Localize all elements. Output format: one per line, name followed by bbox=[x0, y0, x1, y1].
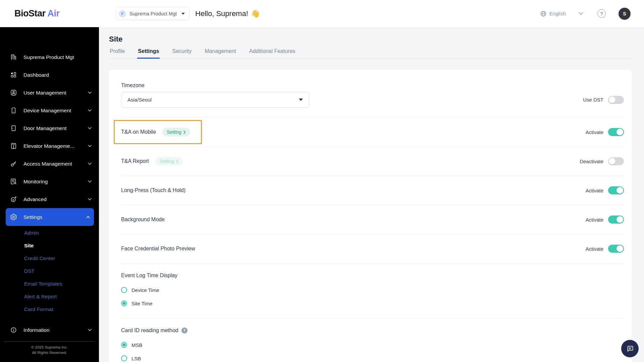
long-press-toggle[interactable] bbox=[608, 186, 624, 194]
sidebar-item-label: Elevator Manageme... bbox=[23, 143, 88, 149]
use-dst-toggle[interactable] bbox=[608, 96, 624, 104]
ta-report-toggle[interactable] bbox=[608, 157, 624, 165]
sidebar-item-label: Advanced bbox=[23, 196, 88, 202]
help-icon[interactable]: ? bbox=[597, 9, 606, 18]
submenu-item-credit-center[interactable]: Credit Center bbox=[0, 252, 99, 265]
sidebar-item-information[interactable]: Information bbox=[0, 321, 99, 339]
background-mode-label: Background Mode bbox=[121, 217, 165, 223]
radio-option-site-time[interactable]: Site Time bbox=[121, 297, 153, 310]
app-logo: BioStar Air bbox=[14, 8, 116, 19]
logo-text-biostar: BioStar bbox=[14, 8, 46, 18]
top-header: BioStar Air F Suprema Product Mgt Hello,… bbox=[0, 0, 644, 27]
tab-settings[interactable]: Settings bbox=[137, 48, 160, 59]
sidebar-item-label: Dashboard bbox=[23, 72, 92, 78]
wave-emoji: 👋 bbox=[251, 9, 260, 18]
advanced-alpha-icon: α bbox=[10, 196, 17, 203]
avatar[interactable]: S bbox=[619, 8, 631, 20]
long-press-row: Long-Press (Touch & Hold) Activate bbox=[121, 176, 624, 205]
card-id-label: Card ID reading method bbox=[121, 327, 178, 334]
chevron-down-icon bbox=[88, 109, 92, 112]
chevron-up-icon bbox=[86, 216, 90, 218]
chat-button[interactable] bbox=[621, 340, 639, 357]
tab-management[interactable]: Management bbox=[204, 48, 236, 58]
globe-icon bbox=[540, 10, 547, 17]
sidebar-item-settings[interactable]: Settings bbox=[6, 208, 94, 226]
sidebar-item-access-management[interactable]: Access Management bbox=[0, 155, 99, 173]
page-title: Site bbox=[109, 35, 632, 44]
ta-report-label: T&A Report bbox=[121, 158, 149, 164]
ta-on-mobile-toggle-control: Activate bbox=[586, 128, 624, 136]
submenu-item-email-templates[interactable]: Email Templates bbox=[0, 278, 99, 290]
event-log-label: Event Log Time Display bbox=[121, 273, 624, 279]
submenu-item-label: Card Format bbox=[24, 306, 53, 312]
radio-option-device-time[interactable]: Device Time bbox=[121, 283, 159, 297]
timezone-select[interactable]: Asia/Seoul bbox=[121, 92, 309, 108]
radio-option-label: Site Time bbox=[131, 301, 153, 306]
language-chevron-icon[interactable] bbox=[579, 12, 583, 15]
chevron-down-icon bbox=[88, 92, 92, 94]
timezone-label: Timezone bbox=[121, 82, 624, 89]
setting-button-label: Setting bbox=[167, 129, 181, 135]
chevron-down-icon bbox=[88, 198, 92, 200]
radio-option-msb[interactable]: MSB bbox=[121, 338, 143, 352]
radio-option-lsb[interactable]: LSB bbox=[121, 352, 141, 362]
header-actions: English ? S bbox=[540, 8, 631, 20]
sidebar-divider bbox=[4, 341, 95, 342]
radio-option-label: LSB bbox=[131, 356, 141, 361]
chevron-down-icon bbox=[88, 127, 92, 129]
ta-on-mobile-row: T&A on Mobile Setting Activate bbox=[121, 118, 624, 147]
face-credential-toggle[interactable] bbox=[608, 245, 624, 253]
chevron-down-icon bbox=[88, 163, 92, 165]
sidebar: Suprema Product Mgt Dashboard bbox=[0, 27, 99, 362]
sidebar-item-door-management[interactable]: Door Management bbox=[0, 119, 99, 137]
ta-report-setting-button[interactable]: Setting bbox=[155, 157, 183, 166]
chevron-down-icon bbox=[88, 145, 92, 147]
elevator-icon bbox=[10, 142, 17, 149]
submenu-item-label: Alert & Report bbox=[24, 294, 57, 300]
door-icon bbox=[10, 125, 17, 132]
avatar-initial: S bbox=[623, 11, 626, 16]
tab-profile[interactable]: Profile bbox=[109, 48, 125, 58]
sidebar-item-device-management[interactable]: Device Management bbox=[0, 102, 99, 119]
language-selector[interactable]: English bbox=[540, 10, 566, 17]
main-content: Site Profile Settings Security Managemen… bbox=[99, 27, 644, 362]
gear-icon bbox=[10, 214, 17, 221]
card-id-section: Card ID reading method ? MSB LSB bbox=[121, 318, 624, 362]
card-id-label-row: Card ID reading method ? bbox=[121, 327, 624, 334]
sidebar-item-monitoring[interactable]: Monitoring bbox=[0, 173, 99, 190]
sidebar-item-label: User Management bbox=[23, 90, 88, 96]
ta-on-mobile-toggle[interactable] bbox=[608, 128, 624, 136]
toggle-state-label: Activate bbox=[586, 217, 603, 223]
account-selector[interactable]: F Suprema Product Mgt bbox=[116, 7, 190, 20]
settings-card: Timezone Asia/Seoul Use DST T&A on Mobil… bbox=[109, 70, 632, 362]
logo-text-air: Air bbox=[48, 8, 60, 18]
copyright-notice: © 2025 Suprema Inc. All Rights Reserved. bbox=[0, 345, 99, 355]
sidebar-item-dashboard[interactable]: Dashboard bbox=[0, 66, 99, 84]
help-tooltip-icon[interactable]: ? bbox=[181, 327, 187, 334]
submenu-item-site[interactable]: Site bbox=[0, 239, 99, 252]
chat-bubble-icon bbox=[626, 344, 634, 353]
ta-on-mobile-setting-button[interactable]: Setting bbox=[162, 128, 190, 136]
use-dst-control: Use DST bbox=[583, 96, 624, 104]
submenu-item-admin[interactable]: Admin bbox=[0, 227, 99, 239]
info-icon bbox=[10, 326, 17, 334]
sidebar-item-elevator-management[interactable]: Elevator Manageme... bbox=[0, 137, 99, 155]
sidebar-item-user-management[interactable]: User Management bbox=[0, 84, 99, 102]
sidebar-item-advanced[interactable]: α Advanced bbox=[0, 190, 99, 208]
submenu-item-alert-report[interactable]: Alert & Report bbox=[0, 290, 99, 303]
background-mode-toggle[interactable] bbox=[608, 216, 624, 224]
radio-icon bbox=[121, 287, 127, 293]
submenu-item-dst[interactable]: DST bbox=[0, 265, 99, 278]
sidebar-item-suprema-product-mgt[interactable]: Suprema Product Mgt bbox=[0, 48, 99, 66]
svg-text:α: α bbox=[12, 198, 14, 201]
chevron-down-icon bbox=[88, 180, 92, 183]
background-mode-toggle-control: Activate bbox=[586, 216, 624, 224]
chevron-right-icon bbox=[183, 130, 186, 134]
toggle-state-label: Deactivate bbox=[580, 159, 603, 164]
event-log-section: Event Log Time Display Device Time Site … bbox=[121, 263, 624, 318]
tab-additional-features[interactable]: Additional Features bbox=[249, 48, 296, 58]
key-icon bbox=[10, 160, 17, 167]
tab-security[interactable]: Security bbox=[171, 48, 192, 58]
submenu-item-card-format[interactable]: Card Format bbox=[0, 303, 99, 316]
chevron-down-icon bbox=[181, 13, 185, 15]
